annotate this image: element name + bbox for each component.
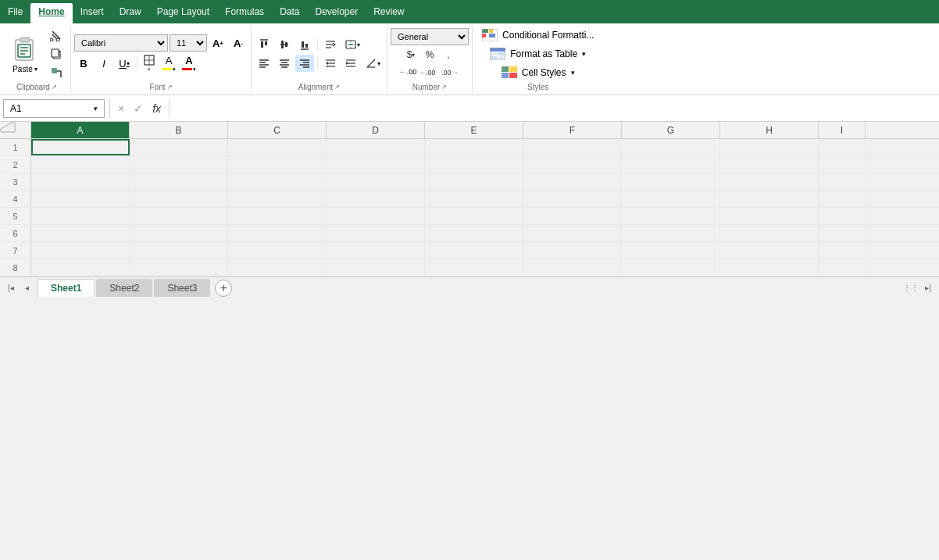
cell-f6[interactable] <box>523 225 622 241</box>
cell-b2[interactable] <box>130 156 228 173</box>
col-header-d[interactable]: D <box>327 122 425 138</box>
number-format-select[interactable]: General Number Currency Percentage <box>391 28 469 45</box>
col-header-g[interactable]: G <box>622 122 720 138</box>
sheet-scroll-right[interactable]: ▸| <box>920 280 936 296</box>
cell-g6[interactable] <box>622 225 720 241</box>
row-header-5[interactable]: 5 <box>0 208 31 224</box>
cell-d1[interactable] <box>327 139 425 155</box>
cell-i8[interactable] <box>819 259 866 276</box>
cell-e1[interactable] <box>425 139 523 155</box>
align-top-button[interactable] <box>255 36 273 53</box>
font-expand-icon[interactable]: ↗ <box>167 84 173 91</box>
cell-c1[interactable] <box>228 139 327 155</box>
menu-developer[interactable]: Developer <box>307 3 366 23</box>
cell-g1[interactable] <box>622 139 720 155</box>
cell-d6[interactable] <box>327 225 425 241</box>
cell-i3[interactable] <box>819 173 866 190</box>
menu-draw[interactable]: Draw <box>112 3 149 23</box>
cell-d5[interactable] <box>327 208 425 224</box>
cell-d3[interactable] <box>327 173 425 190</box>
cell-e7[interactable] <box>425 242 523 259</box>
menu-file[interactable]: File <box>0 3 30 23</box>
italic-button[interactable]: I <box>95 55 113 72</box>
sheet-scroll-left[interactable]: ⋮⋮ <box>903 280 919 296</box>
cell-c3[interactable] <box>228 173 327 190</box>
row-header-1[interactable]: 1 <box>0 139 31 155</box>
cell-d7[interactable] <box>327 242 425 259</box>
cell-b7[interactable] <box>130 242 228 259</box>
col-header-f[interactable]: F <box>523 122 622 138</box>
decrease-decimal-button[interactable]: ← .00 <box>418 64 438 80</box>
increase-decimal-button[interactable]: .00 → <box>440 64 460 80</box>
cell-styles-dropdown[interactable]: ▾ <box>571 69 575 77</box>
col-header-e[interactable]: E <box>425 122 523 138</box>
cell-e6[interactable] <box>425 225 523 241</box>
cell-f7[interactable] <box>523 242 622 259</box>
col-header-a[interactable]: A <box>31 122 130 138</box>
cell-a4[interactable] <box>31 191 130 207</box>
cell-e5[interactable] <box>425 208 523 224</box>
cell-c4[interactable] <box>228 191 327 207</box>
add-sheet-button[interactable]: + <box>215 280 232 297</box>
align-middle-button[interactable] <box>275 36 294 53</box>
font-family-select[interactable]: Calibri <box>74 34 168 52</box>
cell-i7[interactable] <box>819 242 866 259</box>
cell-h4[interactable] <box>720 191 819 207</box>
cell-i5[interactable] <box>819 208 866 224</box>
align-bottom-button[interactable] <box>295 36 314 53</box>
cell-i6[interactable] <box>819 225 866 241</box>
align-right-button[interactable] <box>295 55 314 72</box>
name-box[interactable]: A1 ▾ <box>3 99 105 118</box>
cell-f5[interactable] <box>523 208 622 224</box>
cell-d2[interactable] <box>327 156 425 173</box>
confirm-formula-button[interactable]: ✓ <box>130 101 146 116</box>
cell-i1[interactable] <box>819 139 866 155</box>
paste-button[interactable]: Paste ▾ <box>6 27 44 81</box>
menu-formulas[interactable]: Formulas <box>217 3 272 23</box>
row-header-8[interactable]: 8 <box>0 259 31 276</box>
insert-function-button[interactable]: fx <box>149 101 164 116</box>
cell-h8[interactable] <box>720 259 819 276</box>
sheet-nav-first[interactable]: |◂ <box>3 280 19 296</box>
cell-b5[interactable] <box>130 208 228 224</box>
grow-font-button[interactable]: A+ <box>209 34 227 52</box>
cell-f3[interactable] <box>523 173 622 190</box>
copy-button[interactable] <box>45 45 67 62</box>
paste-dropdown[interactable]: ▾ <box>34 66 37 73</box>
cell-h2[interactable] <box>720 156 819 173</box>
col-header-c[interactable]: C <box>228 122 327 138</box>
merge-cells-button[interactable]: ▾ <box>341 36 363 53</box>
cell-h6[interactable] <box>720 225 819 241</box>
row-header-4[interactable]: 4 <box>0 191 31 207</box>
cell-h7[interactable] <box>720 242 819 259</box>
cell-c6[interactable] <box>228 225 327 241</box>
menu-review[interactable]: Review <box>366 3 412 23</box>
format-as-table-dropdown[interactable]: ▾ <box>582 50 586 58</box>
cell-b4[interactable] <box>130 191 228 207</box>
cell-i4[interactable] <box>819 191 866 207</box>
cell-a8[interactable] <box>31 259 130 276</box>
cell-styles-button[interactable]: Cell Styles ▾ <box>495 64 581 81</box>
cell-c2[interactable] <box>228 156 327 173</box>
cell-e2[interactable] <box>425 156 523 173</box>
font-size-select[interactable]: 11 <box>170 34 207 52</box>
row-header-7[interactable]: 7 <box>0 242 31 259</box>
cut-button[interactable] <box>45 27 67 44</box>
font-color-button[interactable]: A ▾ <box>180 54 198 73</box>
sheet-tab-2[interactable]: Sheet2 <box>96 279 152 297</box>
cell-a1[interactable] <box>31 139 130 155</box>
cell-g5[interactable] <box>622 208 720 224</box>
percent-button[interactable]: % <box>421 47 438 62</box>
row-header-6[interactable]: 6 <box>0 225 31 241</box>
cell-b6[interactable] <box>130 225 228 241</box>
alignment-expand-icon[interactable]: ↗ <box>334 84 340 91</box>
name-box-dropdown[interactable]: ▾ <box>94 105 98 112</box>
underline-button[interactable]: U ▾ <box>115 55 134 72</box>
cell-c8[interactable] <box>228 259 327 276</box>
align-left-button[interactable] <box>255 55 273 72</box>
cell-i2[interactable] <box>819 156 866 173</box>
align-center-button[interactable] <box>275 55 294 72</box>
cell-a2[interactable] <box>31 156 130 173</box>
cell-b1[interactable] <box>130 139 228 155</box>
sheet-tab-1[interactable]: Sheet1 <box>37 279 95 297</box>
